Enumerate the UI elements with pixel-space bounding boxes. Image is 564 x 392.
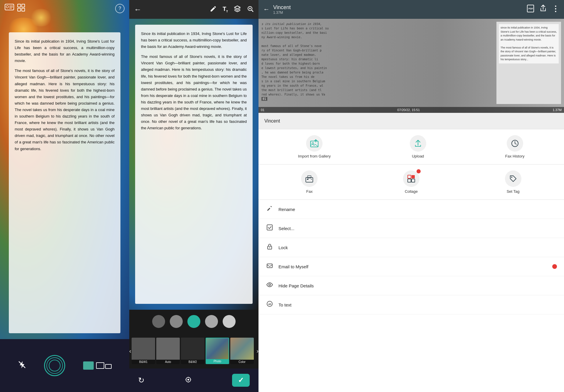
- filter-thumb-color[interactable]: Color: [230, 338, 254, 364]
- select-item[interactable]: Select...: [258, 219, 564, 238]
- set-tag-icon: [505, 170, 521, 187]
- pdf-icon[interactable]: PDF: [526, 4, 535, 14]
- lock-item[interactable]: Lock: [258, 238, 564, 257]
- back-arrow-icon[interactable]: ←: [134, 5, 142, 14]
- filter-dot-5[interactable]: [223, 315, 236, 328]
- id-card-icon[interactable]: [5, 4, 14, 14]
- share-icon[interactable]: [539, 4, 547, 14]
- edit-panel: ← Tт: [129, 0, 258, 392]
- bw2-label: B&W2: [181, 360, 204, 364]
- filter-prev-arrow[interactable]: ‹: [129, 348, 131, 354]
- collage-icon-container: [403, 170, 419, 187]
- filter-next-arrow[interactable]: ›: [256, 348, 258, 354]
- auto-label: Auto: [156, 360, 180, 364]
- edit-doc-para-1: Since its initial publication in 1934, I…: [141, 31, 247, 50]
- file-name-bar: Vincent: [258, 113, 564, 129]
- filter-dot-2[interactable]: [170, 315, 183, 328]
- filter-dot-4[interactable]: [205, 315, 218, 328]
- capture-button[interactable]: [44, 355, 65, 376]
- svg-point-37: [269, 247, 270, 248]
- help-icon[interactable]: ?: [115, 4, 125, 13]
- menu-title-area: Vincent 1.37M: [273, 4, 523, 15]
- thumbnail-preview[interactable]: [83, 361, 94, 370]
- zoom-icon[interactable]: [247, 5, 254, 14]
- color-label: Color: [230, 360, 254, 364]
- svg-point-19: [188, 377, 189, 378]
- photo-preview: [206, 338, 229, 359]
- grid-icon[interactable]: [17, 4, 25, 14]
- fax-action[interactable]: Fax: [301, 170, 318, 194]
- to-text-icon: ab: [266, 301, 274, 309]
- color-preview: [230, 338, 254, 360]
- camera-viewfinder: Since its initial publication in 1934, I…: [0, 0, 129, 392]
- filter-thumb-bw2[interactable]: B&W2: [181, 338, 204, 364]
- rename-item[interactable]: Rename: [258, 200, 564, 219]
- page-number: 01: [261, 108, 264, 112]
- fax-history-action[interactable]: Fax History: [505, 135, 525, 158]
- filter-thumb-bw1[interactable]: B&W1: [132, 338, 155, 364]
- edit-document-overlay: Since its initial publication in 1934, I…: [135, 25, 253, 304]
- lock-icon: [266, 243, 274, 252]
- edit-top-bar: ← Tт: [129, 0, 258, 19]
- set-tag-action[interactable]: Set Tag: [505, 170, 521, 194]
- collage-action[interactable]: Collage: [403, 170, 419, 194]
- document-size: 1.37M: [273, 11, 523, 15]
- collage-label: Collage: [405, 189, 418, 194]
- multi-page-icon[interactable]: [96, 362, 112, 369]
- svg-rect-35: [267, 225, 272, 230]
- svg-rect-5: [18, 4, 21, 7]
- select-icon: [266, 224, 274, 232]
- filter-dot-1[interactable]: [152, 315, 165, 328]
- menu-back-icon[interactable]: ←: [263, 6, 270, 13]
- menu-panel: ← Vincent 1.37M PDF ⋮ s: [258, 0, 564, 392]
- document-preview[interactable]: s its initial publication in 1934, s Lus…: [258, 19, 564, 113]
- edit-toolbar-icons: Tт: [210, 5, 254, 14]
- filter-thumb-photo[interactable]: Photo: [206, 338, 229, 364]
- confirm-button[interactable]: ✓: [232, 374, 250, 387]
- filter-thumb-auto[interactable]: Auto: [156, 338, 180, 364]
- text-size-icon[interactable]: Tт: [223, 6, 228, 13]
- svg-rect-7: [18, 8, 21, 11]
- svg-rect-23: [310, 141, 318, 147]
- svg-point-16: [187, 379, 189, 381]
- action-grid-row1: Import from Gallery Upload Fax History: [258, 129, 564, 165]
- capture-dot: [49, 360, 61, 371]
- photo-label: Photo: [206, 359, 229, 363]
- import-gallery-label: Import from Gallery: [298, 154, 331, 158]
- edit-bottom-bar: ↻ ✓: [129, 368, 258, 392]
- svg-rect-31: [412, 175, 415, 178]
- email-badge: [552, 264, 557, 269]
- refresh-icon[interactable]: ↻: [138, 376, 145, 385]
- upload-label: Upload: [412, 154, 424, 158]
- to-text-item[interactable]: ab To text: [258, 295, 564, 314]
- doc-size-meta: 1.37M: [553, 108, 562, 112]
- filter-icon[interactable]: [234, 5, 241, 14]
- preview-text-overlay: s its initial publication in 1934, s Lus…: [261, 22, 499, 101]
- rename-icon: [266, 205, 274, 213]
- pen-icon[interactable]: [210, 5, 217, 14]
- svg-rect-32: [408, 179, 411, 182]
- svg-line-12: [252, 10, 254, 12]
- camera-doc-para-1: Since its initial publication in 1934, I…: [15, 38, 115, 64]
- to-text-label: To text: [278, 302, 557, 307]
- upload-action[interactable]: Upload: [410, 135, 426, 158]
- import-gallery-icon: [306, 135, 323, 152]
- fax-icon: [301, 170, 318, 187]
- filter-dot-3[interactable]: [187, 315, 200, 328]
- email-myself-item[interactable]: Email to Myself: [258, 257, 564, 276]
- multi-capture-icons: [83, 361, 112, 370]
- hide-page-details-item[interactable]: Hide Page Details: [258, 276, 564, 295]
- flash-off-icon[interactable]: [18, 361, 26, 371]
- adjust-icon[interactable]: [184, 376, 192, 385]
- bw2-preview: [181, 338, 204, 360]
- rename-label: Rename: [278, 207, 557, 212]
- fax-history-icon: [507, 135, 523, 152]
- hide-page-details-label: Hide Page Details: [278, 283, 557, 288]
- camera-doc-para-2: The most famous of all of Stone's novels…: [15, 68, 115, 152]
- doc-date: 07/20/22, 15:51: [397, 108, 420, 112]
- more-options-icon[interactable]: ⋮: [552, 4, 559, 14]
- email-icon: [266, 262, 274, 271]
- document-title: Vincent: [273, 4, 523, 11]
- camera-panel: ? Since its initial publication in 1934,…: [0, 0, 129, 392]
- import-gallery-action[interactable]: Import from Gallery: [298, 135, 331, 158]
